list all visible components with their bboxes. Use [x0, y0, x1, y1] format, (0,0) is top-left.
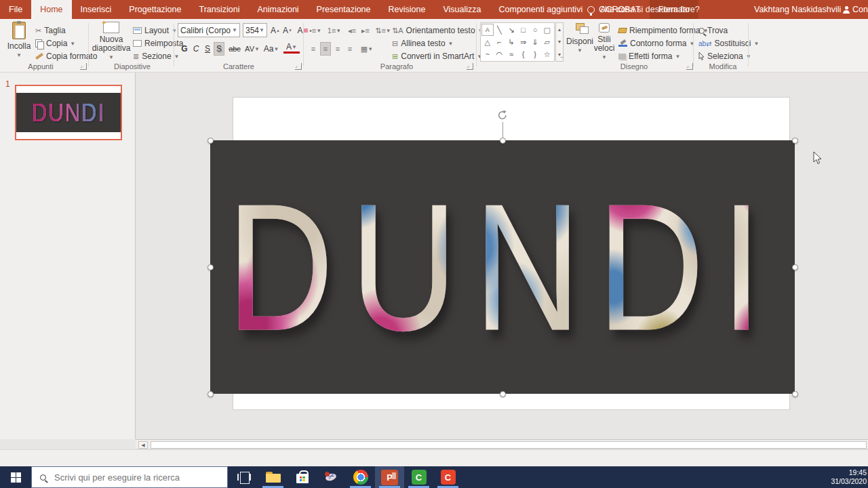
rotate-handle-icon[interactable] [496, 109, 509, 121]
text-direction-button[interactable]: ⇅AOrientamento testo▼ [392, 24, 484, 37]
camtasia-recorder-button[interactable]: C [433, 466, 462, 488]
cut-button[interactable]: ✂Taglia [35, 24, 66, 37]
numbering-button[interactable]: 1≡▼ [327, 24, 342, 37]
chrome-button[interactable] [346, 466, 375, 488]
shape-textbox-icon[interactable]: A [481, 24, 494, 36]
font-color-button[interactable]: A▼ [283, 42, 300, 54]
tab-inserisci[interactable]: Inserisci [72, 0, 121, 19]
shape-down-arrow-icon[interactable]: ⇓ [529, 36, 541, 48]
character-spacing-button[interactable]: AV▼ [244, 42, 260, 56]
shape-rounded-rectangle-icon[interactable]: ▢ [541, 24, 553, 36]
file-explorer-button[interactable] [258, 466, 288, 488]
increase-indent-button[interactable]: ▸≡ [359, 24, 372, 37]
shape-line-icon[interactable]: ╲ [494, 24, 506, 36]
gallery-scroll-up-icon[interactable]: ▲ [557, 27, 562, 32]
tab-transizioni[interactable]: Transizioni [190, 0, 248, 19]
shape-fill-button[interactable]: Riempimento forma▼ [618, 24, 709, 37]
gallery-more-icon[interactable]: ▼̲ [557, 52, 562, 57]
section-button[interactable]: ≣Sezione▼ [133, 50, 180, 62]
camtasia-button[interactable]: C [404, 466, 433, 488]
italic-button[interactable]: C [191, 42, 201, 56]
snipping-tool-button[interactable]: ✂ [317, 466, 346, 488]
layout-button[interactable]: Layout▼ [133, 24, 177, 37]
share-button[interactable]: Condividi [843, 0, 868, 19]
paragrafo-dialog-launcher[interactable]: ⌟ [467, 63, 473, 70]
arrange-button[interactable]: Disponi ▼ [568, 23, 591, 55]
convert-smartart-button[interactable]: ⊞Converti in SmartArt▼ [392, 50, 482, 62]
shape-scribble-icon[interactable]: ~ [481, 48, 494, 60]
slide-thumbnail[interactable]: DUNDI DUNDI [15, 85, 122, 140]
shape-oval-icon[interactable]: ○ [529, 24, 541, 36]
text-shadow-button[interactable]: S [214, 42, 224, 56]
wordart-text[interactable]: DUNDI [226, 166, 778, 368]
scrollbar-thumb[interactable] [151, 441, 867, 449]
select-button[interactable]: Seleziona▼ [698, 50, 751, 62]
font-size-combo[interactable]: 354▼ [243, 23, 267, 37]
task-view-button[interactable] [229, 466, 258, 488]
columns-button[interactable]: ▦▼ [359, 42, 374, 56]
disegno-dialog-launcher[interactable]: ⌟ [686, 63, 693, 70]
shape-arc-icon[interactable]: ◠ [494, 48, 506, 60]
taskbar-search[interactable] [31, 466, 228, 488]
new-slide-button[interactable]: ✦ Nuova diapositiva ▼ [92, 22, 130, 62]
wordart[interactable]: DUNDI DUNDI [226, 176, 778, 357]
tab-progettazione[interactable]: Progettazione [120, 0, 190, 19]
shapes-gallery-scrollbar[interactable]: ▲ ▼ ▼̲ [555, 22, 564, 62]
gallery-scroll-down-icon[interactable]: ▼ [557, 39, 562, 44]
shape-elbow-connector-icon[interactable]: ⌐ [494, 36, 506, 48]
reset-button[interactable]: Reimposta [133, 37, 183, 49]
shape-curved-arrow-icon[interactable]: ↳ [505, 36, 517, 48]
shape-right-arrow-icon[interactable]: ⇒ [517, 36, 530, 48]
resize-handle-middle-right[interactable] [792, 264, 798, 270]
shape-rectangle-icon[interactable]: □ [517, 24, 530, 36]
shapes-gallery[interactable]: A ╲ ↘ □ ○ ▢ △ ⌐ ↳ ⇒ ⇓ ▱ ~ ◠ ≈ { } ☆ [480, 22, 555, 62]
start-button[interactable] [0, 466, 31, 488]
quick-styles-button[interactable]: Stili veloci ▼ [593, 23, 616, 62]
find-button[interactable]: Trova [698, 24, 728, 37]
tab-componenti-aggiuntivi[interactable]: Componenti aggiuntivi [490, 0, 591, 19]
tab-presentazione[interactable]: Presentazione [308, 0, 380, 19]
resize-handle-bottom-left[interactable] [208, 391, 214, 397]
line-spacing-button[interactable]: ⇅≡▼ [376, 24, 391, 37]
horizontal-scrollbar[interactable]: ◀ [136, 439, 868, 449]
grow-font-button[interactable]: A▲ [270, 24, 281, 37]
shape-triangle-icon[interactable]: △ [481, 36, 494, 48]
shape-effects-button[interactable]: Effetti forma▼ [618, 50, 680, 62]
replace-button[interactable]: ab⇄Sostituisci▼ [698, 37, 759, 49]
selected-shape[interactable]: DUNDI DUNDI [210, 140, 795, 394]
bullets-button[interactable]: •≡▼ [308, 24, 323, 37]
resize-handle-bottom-center[interactable] [500, 391, 506, 397]
carattere-dialog-launcher[interactable]: ⌟ [295, 63, 302, 70]
shape-arrow-line-icon[interactable]: ↘ [505, 24, 517, 36]
tell-me-search[interactable]: Che cosa si desidera fare? [587, 0, 700, 19]
shape-right-brace-icon[interactable]: } [529, 48, 541, 60]
microsoft-store-button[interactable] [288, 466, 317, 488]
justify-button[interactable]: ≡ [344, 42, 355, 56]
copy-button[interactable]: Copia▼ [35, 37, 75, 49]
align-left-button[interactable]: ≡ [308, 42, 319, 56]
shape-left-brace-icon[interactable]: { [517, 48, 530, 60]
resize-handle-top-right[interactable] [792, 138, 798, 144]
resize-handle-bottom-right[interactable] [792, 391, 798, 397]
shrink-font-button[interactable]: A▼ [282, 24, 293, 37]
resize-handle-top-center[interactable] [500, 138, 506, 144]
underline-button[interactable]: S [202, 42, 213, 56]
search-input[interactable] [54, 472, 227, 483]
account-name[interactable]: Vakhtang Naskidashvili [754, 0, 841, 19]
tab-visualizza[interactable]: Visualizza [434, 0, 490, 19]
bold-button[interactable]: G [179, 42, 190, 56]
align-center-button[interactable]: ≡ [320, 42, 331, 56]
tab-revisione[interactable]: Revisione [380, 0, 435, 19]
paste-button[interactable]: Incolla ▼ [4, 22, 34, 60]
tab-home[interactable]: Home [31, 0, 71, 19]
clear-formatting-button[interactable]: A [296, 24, 309, 37]
appunti-dialog-launcher[interactable]: ⌟ [80, 63, 87, 70]
resize-handle-top-left[interactable] [208, 138, 214, 144]
tab-file[interactable]: File [0, 0, 31, 19]
shape-star-icon[interactable]: ☆ [541, 48, 553, 60]
clock[interactable]: 19:45 31/03/2020 [830, 468, 867, 486]
shape-curve-icon[interactable]: ≈ [505, 48, 517, 60]
powerpoint-button[interactable]: P [375, 466, 404, 488]
align-right-button[interactable]: ≡ [332, 42, 343, 56]
shape-outline-button[interactable]: Contorno forma▼ [618, 37, 694, 49]
